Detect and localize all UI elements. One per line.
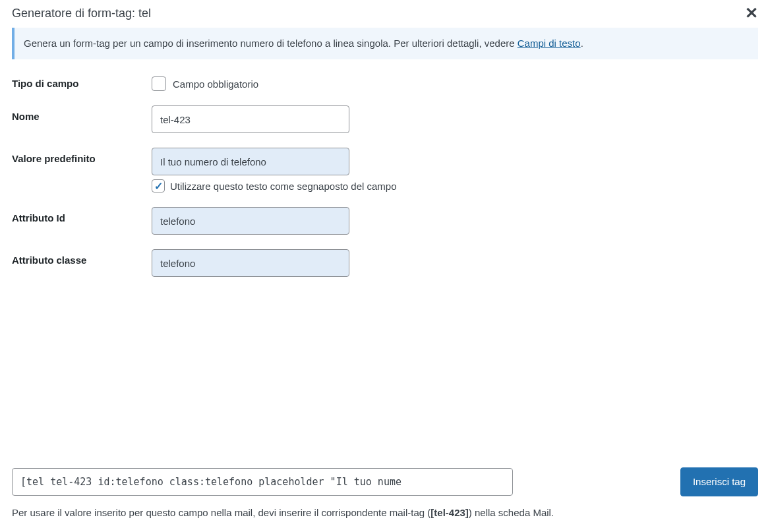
row-name: Nome [12, 105, 758, 133]
control-name [152, 105, 758, 133]
close-icon: ✕ [745, 4, 758, 22]
info-text-before: Genera un form-tag per un campo di inser… [24, 38, 518, 49]
info-text-after: . [581, 38, 583, 49]
id-attr-input[interactable] [152, 207, 349, 235]
tag-output-input[interactable] [12, 468, 513, 496]
hint-after: ) nella scheda Mail. [469, 507, 554, 518]
row-class-attr: Attributo classe [12, 249, 758, 277]
label-id-attr: Attributo Id [12, 207, 152, 223]
label-default-value: Valore predefinito [12, 148, 152, 164]
hint-strong: [tel-423] [430, 507, 469, 518]
label-class-attr: Attributo classe [12, 249, 152, 266]
required-checkbox-wrapper: Campo obbligatorio [152, 73, 758, 91]
class-attr-input[interactable] [152, 249, 349, 277]
hint-before: Per usare il valore inserito per questo … [12, 507, 430, 518]
info-link[interactable]: Campi di testo [518, 38, 581, 49]
label-field-type: Tipo di campo [12, 73, 152, 89]
placeholder-checkbox-wrapper: Utilizzare questo testo come segnaposto … [152, 179, 758, 192]
required-checkbox[interactable] [152, 76, 166, 91]
insert-tag-button[interactable]: Inserisci tag [680, 467, 758, 496]
required-checkbox-label: Campo obbligatorio [173, 78, 258, 90]
close-button[interactable]: ✕ [740, 4, 763, 22]
name-input[interactable] [152, 105, 349, 133]
hint-text: Per usare il valore inserito per questo … [12, 506, 758, 521]
dialog-header: Generatore di form-tag: tel ✕ [0, 0, 770, 26]
dialog-title: Generatore di form-tag: tel [12, 7, 151, 20]
control-default-value: Utilizzare questo testo come segnaposto … [152, 148, 758, 192]
row-default-value: Valore predefinito Utilizzare questo tes… [12, 148, 758, 192]
default-value-input[interactable] [152, 148, 349, 175]
control-class-attr [152, 249, 758, 277]
placeholder-checkbox[interactable] [152, 179, 165, 192]
control-field-type: Campo obbligatorio [152, 73, 758, 91]
label-name: Nome [12, 105, 152, 122]
tag-row: Inserisci tag [12, 467, 758, 496]
control-id-attr [152, 207, 758, 235]
form-area: Tipo di campo Campo obbligatorio Nome Va… [0, 73, 770, 277]
row-field-type: Tipo di campo Campo obbligatorio [12, 73, 758, 91]
info-box: Genera un form-tag per un campo di inser… [12, 28, 758, 59]
placeholder-checkbox-label: Utilizzare questo testo come segnaposto … [170, 181, 397, 192]
row-id-attr: Attributo Id [12, 207, 758, 235]
footer-area: Inserisci tag Per usare il valore inseri… [0, 467, 770, 533]
